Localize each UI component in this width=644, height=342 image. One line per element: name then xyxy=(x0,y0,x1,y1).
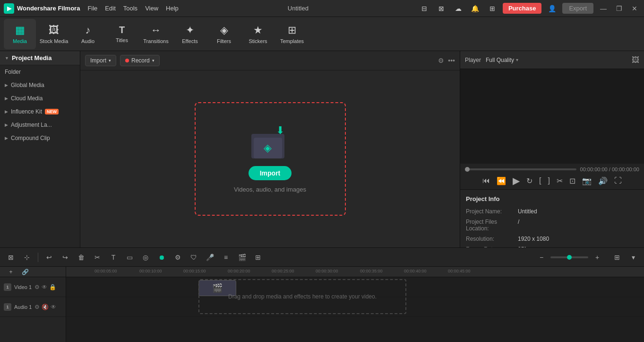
audio-track-settings-icon[interactable]: ⚙ xyxy=(34,304,40,310)
filter-icon[interactable]: ⚙ xyxy=(438,57,444,64)
transform-button[interactable]: ⊹ xyxy=(20,250,34,264)
video-track-eye-icon[interactable]: 👁 xyxy=(42,284,47,290)
magnetic-timeline-button[interactable]: ⊠ xyxy=(4,250,18,264)
mark-out-button[interactable]: ] xyxy=(548,176,550,185)
mark-in-button[interactable]: [ xyxy=(539,176,541,185)
right-section: Player Full Quality ▾ 🖼 00:00:00:00 / 00… xyxy=(460,51,644,247)
timeline-tracks: 🎬 Drag and drop media and effects here t… xyxy=(66,277,644,342)
delete-button[interactable]: 🗑 xyxy=(74,250,88,264)
subtitle-button[interactable]: ≡ xyxy=(219,250,233,264)
toolbar-transitions[interactable]: ↔ Transitions xyxy=(140,19,172,49)
toolbar-titles[interactable]: T Titles xyxy=(106,19,138,49)
record-tl-button[interactable]: ⏺ xyxy=(155,250,169,264)
loop-button[interactable]: ↻ xyxy=(526,176,532,185)
drag-drop-zone[interactable]: Drag and drop media and effects here to … xyxy=(198,279,406,314)
video-track-settings-icon[interactable]: ⚙ xyxy=(34,284,40,290)
zoom-thumb[interactable] xyxy=(567,255,572,260)
sidebar-item-adjustment-layer[interactable]: ▶ Adjustment La... xyxy=(0,118,80,132)
toolbar-stickers[interactable]: ★ Stickers xyxy=(242,19,274,49)
sidebar-item-cloud-media[interactable]: ▶ Cloud Media xyxy=(0,92,80,105)
snapshot-button[interactable]: 📷 xyxy=(582,176,592,185)
cut-button[interactable]: ✂ xyxy=(90,250,104,264)
progress-thumb[interactable] xyxy=(465,167,470,172)
audio-track-mute-icon[interactable]: 🔇 xyxy=(42,304,49,310)
menu-edit[interactable]: Edit xyxy=(105,5,115,12)
toolbar-media[interactable]: ▦ Media xyxy=(4,19,36,49)
video-track-number: 1 xyxy=(4,283,11,291)
layout-more-button[interactable]: ▾ xyxy=(626,250,640,264)
redo-button[interactable]: ↪ xyxy=(58,250,72,264)
close-button[interactable]: ✕ xyxy=(629,5,640,12)
player-quality-selector[interactable]: Full Quality ▾ xyxy=(486,57,518,63)
toolbar-stock-media[interactable]: 🖼 Stock Media xyxy=(38,19,70,49)
skip-back-button[interactable]: ⏮ xyxy=(482,176,490,185)
color-button[interactable]: ◎ xyxy=(138,250,153,264)
titles-icon: T xyxy=(119,25,125,35)
grid-icon[interactable]: ⊞ xyxy=(486,2,499,15)
import-button[interactable]: Import ▾ xyxy=(85,55,116,66)
display-button[interactable]: ⊡ xyxy=(569,176,575,185)
sidebar-item-global-media[interactable]: ▶ Global Media xyxy=(0,79,80,92)
media-content: ◈ ⬇ Import Videos, audio, and images xyxy=(80,70,460,247)
minimize-window-icon[interactable]: ⊟ xyxy=(418,2,431,15)
menu-file[interactable]: File xyxy=(87,5,97,12)
player-progress: 00:00:00:00 / 00:00:00:00 xyxy=(465,167,639,172)
screen-icon[interactable]: ⊠ xyxy=(435,2,448,15)
video-track-icons: ⚙ 👁 🔒 xyxy=(34,284,56,290)
layout-button[interactable]: ⊞ xyxy=(610,250,624,264)
settings-tl-button[interactable]: ⚙ xyxy=(171,250,185,264)
step-back-button[interactable]: ⏪ xyxy=(497,176,506,185)
timeline-tracks-left: + 🔗 1 Video 1 ⚙ 👁 🔒 1 Audio 1 ⚙ 🔇 👁 xyxy=(0,267,66,342)
player-image-icon[interactable]: 🖼 xyxy=(632,56,639,64)
bell-icon[interactable]: 🔔 xyxy=(469,2,482,15)
toolbar-filters[interactable]: ◈ Filters xyxy=(208,19,240,49)
menu-help[interactable]: Help xyxy=(166,5,179,12)
record-label: Record xyxy=(131,57,150,64)
toolbar: ▦ Media 🖼 Stock Media ♪ Audio T Titles ↔… xyxy=(0,17,644,51)
maximize-button[interactable]: ❐ xyxy=(613,5,625,12)
info-resolution: Resolution: 1920 x 1080 xyxy=(466,236,638,242)
pip-button[interactable]: ⊞ xyxy=(251,250,265,264)
transitions-icon: ↔ xyxy=(151,24,161,36)
import-illustration: ◈ ⬇ xyxy=(251,125,289,158)
record-button[interactable]: Record ▾ xyxy=(120,55,160,66)
toolbar-audio[interactable]: ♪ Audio xyxy=(72,19,104,49)
video-track-lock-icon[interactable]: 🔒 xyxy=(49,284,56,290)
text-tool-button[interactable]: T xyxy=(106,250,120,264)
user-avatar[interactable]: 👤 xyxy=(545,2,558,15)
zoom-out-button[interactable]: − xyxy=(534,250,549,264)
export-button[interactable]: Export xyxy=(562,3,593,14)
shield-button[interactable]: 🛡 xyxy=(187,250,201,264)
crop-button[interactable]: ▭ xyxy=(122,250,137,264)
media-button[interactable]: 🎬 xyxy=(235,250,249,264)
zoom-in-button[interactable]: + xyxy=(590,250,604,264)
import-drop-zone[interactable]: ◈ ⬇ Import Videos, audio, and images xyxy=(195,102,346,216)
sidebar-item-influence-kit[interactable]: ▶ Influence Kit NEW xyxy=(0,105,80,118)
project-media-header[interactable]: ▼ Project Media xyxy=(0,51,80,65)
templates-icon: ⊞ xyxy=(288,24,296,36)
media-panel: Import ▾ Record ▾ ⚙ ••• ◈ ⬇ xyxy=(80,51,460,247)
zoom-slider[interactable] xyxy=(550,256,588,258)
purchase-button[interactable]: Purchase xyxy=(503,3,542,14)
menu-bar: File Edit Tools View Help xyxy=(87,5,178,12)
toolbar-effects[interactable]: ✦ Effects xyxy=(174,19,206,49)
toolbar-templates[interactable]: ⊞ Templates xyxy=(276,19,308,49)
sidebar-item-compound-clip[interactable]: ▶ Compound Clip xyxy=(0,132,80,145)
audio-button[interactable]: 🔊 xyxy=(598,176,608,185)
progress-track[interactable] xyxy=(465,168,576,170)
split-button[interactable]: ✂ xyxy=(557,176,563,185)
minimize-button[interactable]: — xyxy=(597,5,610,12)
cloud-icon[interactable]: ☁ xyxy=(452,2,465,15)
toolbar-stickers-label: Stickers xyxy=(249,38,267,44)
more-options-icon[interactable]: ••• xyxy=(448,57,455,64)
play-button[interactable]: ▶ xyxy=(513,175,520,186)
menu-tools[interactable]: Tools xyxy=(123,5,137,12)
undo-button[interactable]: ↩ xyxy=(42,250,56,264)
sidebar-item-folder[interactable]: Folder xyxy=(0,65,80,79)
audio-track-eye-icon[interactable]: 👁 xyxy=(51,304,56,310)
adjustment-layer-label: Adjustment La... xyxy=(11,122,52,128)
import-drop-button[interactable]: Import xyxy=(249,166,292,180)
menu-view[interactable]: View xyxy=(145,5,158,12)
mic-button[interactable]: 🎤 xyxy=(203,250,217,264)
fullscreen-button[interactable]: ⛶ xyxy=(614,176,622,185)
